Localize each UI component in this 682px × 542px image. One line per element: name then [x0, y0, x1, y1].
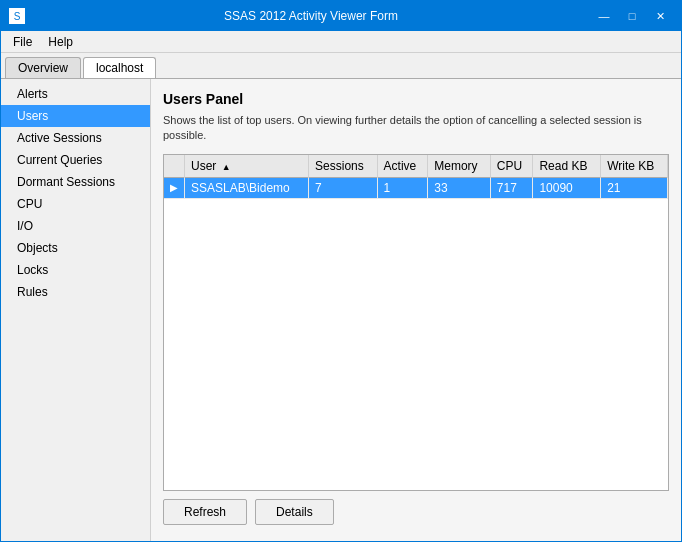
cell-active: 1 [377, 177, 428, 198]
sidebar-item-dormant-sessions[interactable]: Dormant Sessions [1, 171, 150, 193]
col-active[interactable]: Active [377, 155, 428, 178]
menu-help[interactable]: Help [40, 33, 81, 51]
window-title: SSAS 2012 Activity Viewer Form [31, 9, 591, 23]
row-indicator: ▶ [164, 177, 185, 198]
sidebar-item-io[interactable]: I/O [1, 215, 150, 237]
tab-overview[interactable]: Overview [5, 57, 81, 78]
app-icon: S [9, 8, 25, 24]
tab-bar: Overview localhost [1, 53, 681, 78]
sidebar: Alerts Users Active Sessions Current Que… [1, 79, 151, 541]
col-memory[interactable]: Memory [428, 155, 491, 178]
close-button[interactable]: ✕ [647, 6, 673, 26]
sidebar-item-objects[interactable]: Objects [1, 237, 150, 259]
col-read-kb[interactable]: Read KB [533, 155, 601, 178]
menu-bar: File Help [1, 31, 681, 53]
cell-user: SSASLAB\Bidemo [185, 177, 309, 198]
panel-title: Users Panel [163, 91, 669, 107]
sidebar-item-active-sessions[interactable]: Active Sessions [1, 127, 150, 149]
sidebar-item-cpu[interactable]: CPU [1, 193, 150, 215]
sidebar-item-locks[interactable]: Locks [1, 259, 150, 281]
col-cpu[interactable]: CPU [490, 155, 533, 178]
users-table: User ▲ Sessions Active Memory CPU Read K… [164, 155, 668, 199]
minimize-button[interactable]: — [591, 6, 617, 26]
cell-write-kb: 21 [601, 177, 668, 198]
title-bar: S SSAS 2012 Activity Viewer Form — □ ✕ [1, 1, 681, 31]
cell-sessions: 7 [309, 177, 378, 198]
col-user[interactable]: User ▲ [185, 155, 309, 178]
panel-description: Shows the list of top users. On viewing … [163, 113, 669, 144]
refresh-button[interactable]: Refresh [163, 499, 247, 525]
sidebar-item-rules[interactable]: Rules [1, 281, 150, 303]
col-indicator [164, 155, 185, 178]
table-row[interactable]: ▶ SSASLAB\Bidemo 7 1 33 717 10090 21 [164, 177, 668, 198]
maximize-button[interactable]: □ [619, 6, 645, 26]
cell-read-kb: 10090 [533, 177, 601, 198]
data-table-container[interactable]: User ▲ Sessions Active Memory CPU Read K… [163, 154, 669, 491]
table-header-row: User ▲ Sessions Active Memory CPU Read K… [164, 155, 668, 178]
content-panel: Users Panel Shows the list of top users.… [151, 79, 681, 541]
sidebar-item-users[interactable]: Users [1, 105, 150, 127]
details-button[interactable]: Details [255, 499, 334, 525]
sidebar-item-alerts[interactable]: Alerts [1, 83, 150, 105]
sidebar-item-current-queries[interactable]: Current Queries [1, 149, 150, 171]
sort-arrow-icon: ▲ [222, 162, 231, 172]
window-controls: — □ ✕ [591, 6, 673, 26]
cell-cpu: 717 [490, 177, 533, 198]
main-content: Alerts Users Active Sessions Current Que… [1, 78, 681, 541]
main-window: S SSAS 2012 Activity Viewer Form — □ ✕ F… [0, 0, 682, 542]
buttons-area: Refresh Details [163, 491, 669, 529]
tab-localhost[interactable]: localhost [83, 57, 156, 78]
cell-memory: 33 [428, 177, 491, 198]
menu-file[interactable]: File [5, 33, 40, 51]
col-sessions[interactable]: Sessions [309, 155, 378, 178]
col-write-kb[interactable]: Write KB [601, 155, 668, 178]
